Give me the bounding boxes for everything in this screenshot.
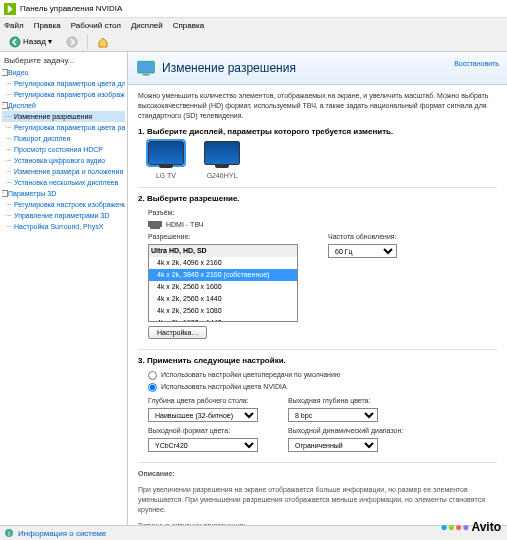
outfmt-label: Выходной формат цвета: bbox=[148, 426, 258, 436]
resolution-option-selected[interactable]: 4k x 2k, 3840 x 2160 (собственное) bbox=[149, 269, 297, 281]
page-title: Изменение разрешения bbox=[162, 61, 296, 75]
back-icon bbox=[9, 36, 21, 48]
resolution-option[interactable]: 4k x 2k, 4096 x 2160 bbox=[149, 257, 297, 269]
resolution-label: Разрешение: bbox=[148, 232, 298, 242]
info-icon: i bbox=[4, 528, 14, 538]
divider bbox=[138, 349, 497, 350]
tree-item[interactable]: Поворот дисплея bbox=[2, 133, 125, 144]
window-title: Панель управления NVIDIA bbox=[20, 4, 122, 13]
tree-cat-video[interactable]: Видео bbox=[2, 67, 125, 78]
radio-default-color[interactable] bbox=[148, 371, 157, 380]
resolution-option[interactable]: 4k x 2k, 2560 x 1600 bbox=[149, 281, 297, 293]
svg-rect-5 bbox=[148, 221, 162, 227]
dropdown-arrow-icon: ▾ bbox=[48, 37, 52, 46]
monitor-icon bbox=[204, 141, 240, 165]
tree-item-change-resolution[interactable]: Изменение разрешения bbox=[2, 111, 125, 122]
outfmt-select[interactable]: YCbCr420 bbox=[148, 438, 258, 452]
forward-icon bbox=[66, 36, 78, 48]
hdmi-icon bbox=[148, 221, 162, 229]
refresh-select[interactable]: 60 Гц bbox=[328, 244, 397, 258]
statusbar: i Информация о системе bbox=[0, 525, 507, 540]
tree-item[interactable]: Установка цифрового аудио bbox=[2, 155, 125, 166]
sidebar-header: Выберите задачу... bbox=[2, 56, 125, 65]
toolbar: Назад ▾ bbox=[0, 32, 507, 52]
refresh-label: Частота обновления: bbox=[328, 232, 397, 242]
menubar: Файл Правка Рабочий стол Дисплей Справка bbox=[0, 18, 507, 32]
menu-help[interactable]: Справка bbox=[173, 21, 204, 30]
connector-label: Разъём: bbox=[148, 208, 174, 218]
menu-edit[interactable]: Правка bbox=[34, 21, 61, 30]
resolution-icon bbox=[136, 58, 156, 78]
step3-title: 3. Применить следующие настройки. bbox=[138, 356, 497, 366]
tree-item[interactable]: Изменение размера и положения рабоч… bbox=[2, 166, 125, 177]
tree-item[interactable]: Установка нескольких дисплеев bbox=[2, 177, 125, 188]
resolution-option[interactable]: 4k x 2k, 2560 x 1080 bbox=[149, 305, 297, 317]
intro-text: Можно уменьшить количество элементов, от… bbox=[138, 91, 497, 121]
desc-title: Описание: bbox=[138, 470, 175, 477]
depth-label: Глубина цвета рабочего стола: bbox=[148, 396, 258, 406]
back-button[interactable]: Назад ▾ bbox=[4, 34, 57, 50]
divider bbox=[138, 462, 497, 463]
home-icon bbox=[97, 36, 109, 48]
svg-point-1 bbox=[10, 37, 20, 47]
sidebar: Выберите задачу... Видео Регулировка пар… bbox=[0, 52, 128, 525]
tree-item[interactable]: Регулировка параметров цвета для вид… bbox=[2, 78, 125, 89]
outdepth-select[interactable]: 8 bpc bbox=[288, 408, 378, 422]
step1-title: 1. Выберите дисплей, параметры которого … bbox=[138, 127, 497, 137]
display-label: LG TV bbox=[148, 171, 184, 181]
resolution-group: Ultra HD, HD, SD bbox=[149, 245, 297, 257]
svg-rect-3 bbox=[138, 61, 155, 73]
tree-item[interactable]: Просмотр состояния HDCP bbox=[2, 144, 125, 155]
svg-rect-6 bbox=[150, 227, 160, 229]
radio-default-label: Использовать настройки цветопередачи по … bbox=[161, 370, 340, 380]
restore-defaults-link[interactable]: Восстановить bbox=[454, 60, 499, 67]
desc-text: При увеличении разрешения на экране отоб… bbox=[138, 485, 497, 515]
svg-rect-4 bbox=[143, 74, 150, 76]
home-button[interactable] bbox=[92, 34, 114, 50]
outdepth-label: Выходная глубина цвета: bbox=[288, 396, 378, 406]
resolution-option[interactable]: 4k x 2k, 1920 x 1440 bbox=[149, 317, 297, 322]
menu-desktop[interactable]: Рабочий стол bbox=[71, 21, 121, 30]
titlebar: Панель управления NVIDIA bbox=[0, 0, 507, 18]
display-picker: LG TV G246HYL bbox=[148, 141, 497, 181]
radio-nvidia-label: Использовать настройки цвета NVIDIA bbox=[161, 382, 287, 392]
outrange-label: Выходной динамический диапазон: bbox=[288, 426, 403, 436]
avito-watermark: ●●●●Avito bbox=[440, 520, 501, 534]
tree-item[interactable]: Регулировка параметров цвета рабоче… bbox=[2, 122, 125, 133]
tree-item[interactable]: Регулировка настроек изображения с п… bbox=[2, 199, 125, 210]
radio-nvidia-color[interactable] bbox=[148, 383, 157, 392]
tree-item[interactable]: Управление параметрами 3D bbox=[2, 210, 125, 221]
svg-point-2 bbox=[67, 37, 77, 47]
menu-file[interactable]: Файл bbox=[4, 21, 24, 30]
toolbar-separator bbox=[87, 35, 88, 49]
tree-cat-3d[interactable]: Параметры 3D bbox=[2, 188, 125, 199]
display-label: G246HYL bbox=[204, 171, 240, 181]
step2-title: 2. Выберите разрешение. bbox=[138, 194, 497, 204]
customize-button[interactable]: Настройка… bbox=[148, 326, 207, 339]
content-body: Можно уменьшить количество элементов, от… bbox=[128, 85, 507, 525]
tree-cat-display[interactable]: Дисплей bbox=[2, 100, 125, 111]
outrange-select[interactable]: Ограниченный bbox=[288, 438, 378, 452]
nav-tree: Видео Регулировка параметров цвета для в… bbox=[2, 67, 125, 232]
divider bbox=[138, 187, 497, 188]
display-option-2[interactable]: G246HYL bbox=[204, 141, 240, 181]
tree-item[interactable]: Настройка Surround, PhysX bbox=[2, 221, 125, 232]
nvidia-icon bbox=[4, 3, 16, 15]
display-option-1[interactable]: LG TV bbox=[148, 141, 184, 181]
resolution-listbox[interactable]: Ultra HD, HD, SD 4k x 2k, 4096 x 2160 4k… bbox=[148, 244, 298, 322]
sysinfo-link[interactable]: Информация о системе bbox=[18, 529, 106, 538]
forward-button[interactable] bbox=[61, 34, 83, 50]
tree-item[interactable]: Регулировка параметров изображения д… bbox=[2, 89, 125, 100]
content-header: Изменение разрешения Восстановить bbox=[128, 52, 507, 85]
resolution-option[interactable]: 4k x 2k, 2560 x 1440 bbox=[149, 293, 297, 305]
monitor-icon bbox=[148, 141, 184, 165]
connector-value: HDMI - ТВЧ bbox=[166, 220, 203, 230]
back-label: Назад bbox=[23, 37, 46, 46]
depth-select[interactable]: Наивысшее (32-битное) bbox=[148, 408, 258, 422]
menu-display[interactable]: Дисплей bbox=[131, 21, 163, 30]
content-pane: Изменение разрешения Восстановить Можно … bbox=[128, 52, 507, 525]
